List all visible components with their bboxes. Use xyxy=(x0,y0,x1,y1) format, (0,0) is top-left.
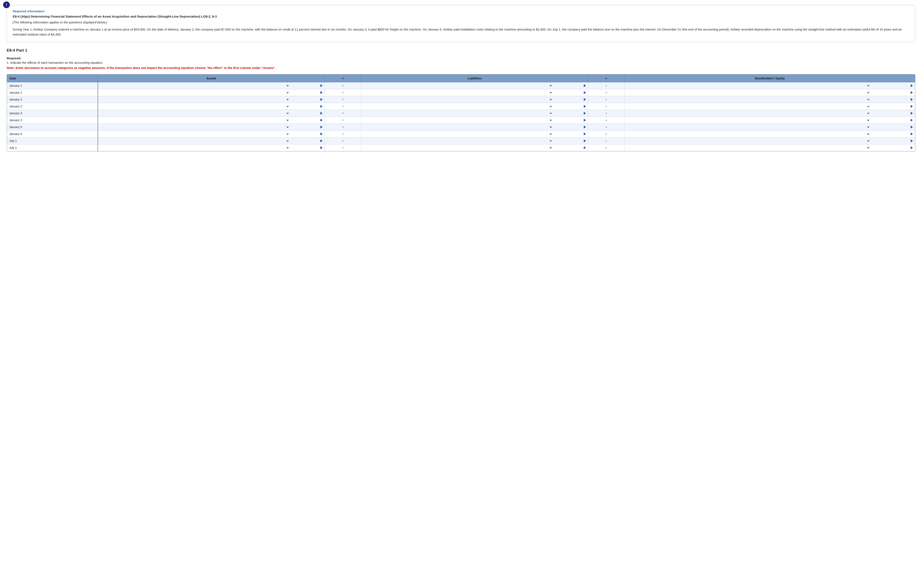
liabilities-cell[interactable]: No effect xyxy=(361,110,588,117)
equity-dropdown[interactable]: No effect xyxy=(627,91,870,95)
liabilities-dropdown[interactable]: No effect xyxy=(363,98,553,101)
assets-cell[interactable]: No effect xyxy=(98,89,325,96)
table-row: January 3 No effect = No effect + No eff… xyxy=(7,110,915,117)
equity-dropdown[interactable]: No effect xyxy=(627,125,870,129)
equity-cell[interactable]: No effect xyxy=(624,117,915,124)
plus-cell: + xyxy=(588,110,624,117)
liabilities-arrow xyxy=(584,105,586,108)
info-box: ! Required information E8-4 (Algo) Deter… xyxy=(7,5,915,42)
equity-cell[interactable]: No effect xyxy=(624,82,915,89)
assets-cell[interactable]: No effect xyxy=(98,144,325,151)
liabilities-dropdown[interactable]: No effect xyxy=(363,139,553,143)
liabilities-dropdown[interactable]: No effect xyxy=(363,146,553,150)
equals-cell: = xyxy=(325,82,361,89)
assets-arrow xyxy=(320,126,322,129)
liabilities-dropdown[interactable]: No effect xyxy=(363,84,553,88)
liabilities-arrow xyxy=(584,91,586,94)
liabilities-cell[interactable]: No effect xyxy=(361,82,588,89)
liabilities-cell[interactable]: No effect xyxy=(361,144,588,151)
liabilities-arrow xyxy=(584,139,586,142)
assets-dropdown[interactable]: No effect xyxy=(100,146,289,150)
assets-dropdown[interactable]: No effect xyxy=(100,118,289,122)
equity-cell[interactable]: No effect xyxy=(624,96,915,103)
assets-dropdown[interactable]: No effect xyxy=(100,111,289,115)
problem-title: E8-4 (Algo) Determining Financial Statem… xyxy=(13,15,909,18)
liabilities-arrow xyxy=(584,126,586,129)
liabilities-cell[interactable]: No effect xyxy=(361,103,588,110)
liabilities-cell[interactable]: No effect xyxy=(361,117,588,124)
equity-cell[interactable]: No effect xyxy=(624,110,915,117)
liabilities-dropdown[interactable]: No effect xyxy=(363,91,553,95)
equals-cell: = xyxy=(325,137,361,144)
assets-dropdown[interactable]: No effect xyxy=(100,132,289,136)
date-cell: July 1 xyxy=(7,137,98,144)
equity-arrow xyxy=(911,105,913,108)
liabilities-dropdown[interactable]: No effect xyxy=(363,111,553,115)
plus-cell: + xyxy=(588,137,624,144)
equity-dropdown[interactable]: No effect xyxy=(627,146,870,150)
assets-dropdown[interactable]: No effect xyxy=(100,105,289,108)
table-row: January 5 No effect = No effect + No eff… xyxy=(7,124,915,131)
equity-dropdown[interactable]: No effect xyxy=(627,84,870,88)
liabilities-cell[interactable]: No effect xyxy=(361,137,588,144)
assets-cell[interactable]: No effect xyxy=(98,131,325,137)
equity-cell[interactable]: No effect xyxy=(624,103,915,110)
liabilities-arrow xyxy=(584,146,586,149)
equity-dropdown[interactable]: No effect xyxy=(627,139,870,143)
equity-dropdown[interactable]: No effect xyxy=(627,118,870,122)
assets-cell[interactable]: No effect xyxy=(98,137,325,144)
equity-arrow xyxy=(911,91,913,94)
equity-cell[interactable]: No effect xyxy=(624,137,915,144)
assets-cell[interactable]: No effect xyxy=(98,110,325,117)
assets-dropdown[interactable]: No effect xyxy=(100,84,289,88)
liabilities-cell[interactable]: No effect xyxy=(361,124,588,131)
part-heading: E8-4 Part 1 xyxy=(7,48,915,53)
equity-arrow xyxy=(911,119,913,122)
equity-arrow xyxy=(911,132,913,136)
equity-cell[interactable]: No effect xyxy=(624,124,915,131)
assets-cell[interactable]: No effect xyxy=(98,82,325,89)
liabilities-arrow xyxy=(584,112,586,115)
equity-cell[interactable]: No effect xyxy=(624,131,915,137)
assets-cell[interactable]: No effect xyxy=(98,103,325,110)
liabilities-cell[interactable]: No effect xyxy=(361,89,588,96)
liabilities-dropdown[interactable]: No effect xyxy=(363,125,553,129)
header-equals: = xyxy=(325,74,361,82)
italic-note: [The following information applies to th… xyxy=(13,20,909,24)
liabilities-cell[interactable]: No effect xyxy=(361,131,588,137)
equity-cell[interactable]: No effect xyxy=(624,89,915,96)
plus-cell: + xyxy=(588,82,624,89)
table-row: January 2 No effect = No effect + No eff… xyxy=(7,96,915,103)
assets-dropdown[interactable]: No effect xyxy=(100,91,289,95)
liabilities-cell[interactable]: No effect xyxy=(361,96,588,103)
equity-cell[interactable]: No effect xyxy=(624,144,915,151)
assets-cell[interactable]: No effect xyxy=(98,117,325,124)
liabilities-arrow xyxy=(584,132,586,136)
table-row: January 5 No effect = No effect + No eff… xyxy=(7,131,915,137)
assets-cell[interactable]: No effect xyxy=(98,124,325,131)
header-date: Date xyxy=(7,74,98,82)
equals-cell: = xyxy=(325,144,361,151)
liabilities-dropdown[interactable]: No effect xyxy=(363,132,553,136)
equity-dropdown[interactable]: No effect xyxy=(627,111,870,115)
equity-dropdown[interactable]: No effect xyxy=(627,98,870,101)
instruction: 1. Indicate the effects of each transact… xyxy=(7,61,915,64)
equity-dropdown[interactable]: No effect xyxy=(627,132,870,136)
required-label: Required information xyxy=(13,10,909,13)
date-cell: January 1 xyxy=(7,82,98,89)
assets-dropdown[interactable]: No effect xyxy=(100,98,289,101)
liabilities-dropdown[interactable]: No effect xyxy=(363,118,553,122)
assets-dropdown[interactable]: No effect xyxy=(100,125,289,129)
assets-arrow xyxy=(320,84,322,87)
table-row: July 1 No effect = No effect + No effect xyxy=(7,144,915,151)
assets-cell[interactable]: No effect xyxy=(98,96,325,103)
table-row: January 1 No effect = No effect + No eff… xyxy=(7,89,915,96)
header-equity: Stockholders' Equity xyxy=(624,74,915,82)
equity-arrow xyxy=(911,112,913,115)
equity-dropdown[interactable]: No effect xyxy=(627,105,870,108)
accounting-table: Date Assets = Liabilities + Stockholders… xyxy=(7,74,915,152)
assets-dropdown[interactable]: No effect xyxy=(100,139,289,143)
table-row: January 1 No effect = No effect + No eff… xyxy=(7,82,915,89)
plus-cell: + xyxy=(588,117,624,124)
liabilities-dropdown[interactable]: No effect xyxy=(363,105,553,108)
